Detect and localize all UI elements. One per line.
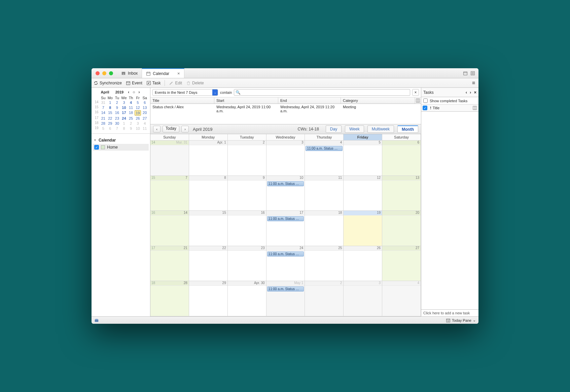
calendar-event[interactable]: 11:00 a.m. Status …: [267, 216, 304, 221]
day-cell[interactable]: 11: [305, 176, 344, 211]
minical-day[interactable]: 2: [114, 100, 120, 105]
minical-day[interactable]: 5: [100, 126, 107, 131]
day-cell[interactable]: 27: [382, 246, 421, 281]
view-month[interactable]: Month: [397, 125, 418, 133]
minical-day[interactable]: 6: [107, 126, 114, 131]
minical-day[interactable]: 7: [114, 126, 120, 131]
next-month-button[interactable]: ›: [181, 126, 189, 132]
calendar-event[interactable]: 11:00 a.m. Status …: [267, 181, 304, 186]
day-cell[interactable]: 16: [228, 211, 266, 246]
minical-day[interactable]: 4: [128, 100, 134, 105]
minical-day[interactable]: 8: [121, 126, 128, 131]
minical-day[interactable]: 13: [141, 105, 148, 110]
tab-close-icon[interactable]: ×: [177, 71, 180, 76]
minical-day[interactable]: 7: [100, 105, 107, 110]
day-cell[interactable]: 25: [305, 246, 344, 281]
col-category[interactable]: Category: [341, 97, 415, 104]
day-cell[interactable]: 20: [382, 211, 421, 246]
day-cell[interactable]: 9: [228, 176, 266, 211]
calendar-event[interactable]: 11:00 a.m. Status …: [306, 146, 343, 151]
minical-today-button[interactable]: ○: [132, 90, 136, 94]
minical-day[interactable]: 15: [107, 110, 114, 116]
minical-next-button[interactable]: ›: [137, 90, 141, 94]
day-cell[interactable]: Apr. 1: [189, 141, 228, 175]
event-list-row[interactable]: Status check / Alex Wednesday, April 24,…: [150, 104, 421, 114]
minical-day[interactable]: 1: [121, 121, 128, 126]
day-cell[interactable]: 2117: [150, 246, 189, 281]
day-cell[interactable]: 2: [228, 141, 266, 175]
minical-day[interactable]: 30: [114, 121, 120, 126]
minical-day[interactable]: 22: [107, 116, 114, 121]
sync-button[interactable]: Synchronize: [94, 81, 122, 85]
minical-day[interactable]: 6: [141, 100, 148, 105]
day-cell[interactable]: 1416: [150, 211, 189, 246]
day-cell[interactable]: 715: [150, 176, 189, 211]
tasks-priority-col-icon[interactable]: !: [430, 106, 431, 110]
day-cell[interactable]: 15: [189, 211, 228, 246]
minical-day[interactable]: 1: [107, 100, 114, 105]
search-input[interactable]: 🔍: [234, 89, 410, 96]
show-completed-checkbox[interactable]: [423, 99, 428, 103]
minical-day[interactable]: 31: [100, 100, 107, 105]
day-cell[interactable]: 3: [344, 281, 382, 316]
minical-day[interactable]: 10: [121, 105, 128, 110]
day-cell[interactable]: 4: [382, 281, 421, 316]
calendar-event[interactable]: 11:00 a.m. Status …: [267, 286, 304, 291]
day-cell[interactable]: 1011:00 a.m. Status …: [266, 176, 305, 211]
minical-day[interactable]: 28: [100, 121, 107, 126]
tab-inbox[interactable]: Inbox: [117, 68, 142, 78]
minical-day[interactable]: 18: [128, 110, 134, 116]
minical-day[interactable]: 9: [114, 105, 120, 110]
scope-dropdown[interactable]: Events in the Next 7 Days ⌄: [152, 89, 218, 96]
today-pane-toggle[interactable]: 19 Today Pane ⌄: [446, 318, 476, 323]
minical-day[interactable]: 4: [141, 121, 148, 126]
day-cell[interactable]: 26: [344, 246, 382, 281]
minical-day[interactable]: 14: [100, 110, 107, 116]
tasks-done-col-icon[interactable]: ✓: [423, 106, 427, 110]
day-cell[interactable]: 22: [189, 246, 228, 281]
close-window-button[interactable]: [96, 71, 100, 75]
minical-day[interactable]: 29: [107, 121, 114, 126]
minical-day[interactable]: 16: [114, 110, 120, 116]
day-cell[interactable]: 3: [266, 141, 305, 175]
day-cell[interactable]: 8: [189, 176, 228, 211]
tasks-column-picker-icon[interactable]: [472, 106, 477, 110]
clear-filter-button[interactable]: ×: [412, 89, 419, 96]
minical-day[interactable]: 23: [114, 116, 120, 121]
column-picker-button[interactable]: [415, 97, 421, 104]
tasks-close-button[interactable]: ×: [474, 90, 476, 95]
minical-day[interactable]: 17: [121, 110, 128, 116]
day-cell[interactable]: 5: [344, 141, 382, 175]
minical-day[interactable]: 11: [141, 126, 148, 131]
calendar-list-item[interactable]: ✓ Home: [93, 144, 149, 151]
day-cell[interactable]: 13: [382, 176, 421, 211]
tab-calendar[interactable]: Calendar ×: [142, 68, 184, 78]
calendar-list-header[interactable]: ▼ Calendar: [93, 136, 149, 144]
minical-day[interactable]: 21: [100, 116, 107, 121]
day-cell[interactable]: 18: [305, 211, 344, 246]
minical-prev-button[interactable]: ‹: [127, 90, 130, 94]
calendar-toggle-icon[interactable]: [463, 71, 468, 76]
zoom-window-button[interactable]: [109, 71, 113, 75]
minical-day[interactable]: 2: [128, 121, 134, 126]
delete-button[interactable]: Delete: [186, 81, 204, 85]
day-cell[interactable]: 19: [344, 211, 382, 246]
minical-day[interactable]: 26: [135, 116, 141, 121]
minical-day[interactable]: 3: [121, 100, 128, 105]
minical-day[interactable]: 27: [141, 116, 148, 121]
view-day[interactable]: Day: [326, 125, 342, 133]
view-multiweek[interactable]: Multiweek: [367, 125, 394, 133]
minical-day[interactable]: 24: [121, 116, 128, 121]
calendar-event[interactable]: 11:00 a.m. Status …: [267, 251, 304, 257]
minical-day[interactable]: 10: [135, 126, 141, 131]
prev-month-button[interactable]: ‹: [153, 126, 161, 132]
app-menu-button[interactable]: ≡: [471, 80, 476, 86]
tasks-prev-button[interactable]: ‹: [466, 90, 467, 95]
tasks-toggle-icon[interactable]: [470, 71, 475, 76]
day-cell[interactable]: 12: [344, 176, 382, 211]
day-cell[interactable]: 6: [382, 141, 421, 175]
day-cell[interactable]: 29: [189, 281, 228, 316]
minical-day[interactable]: 5: [135, 100, 141, 105]
day-cell[interactable]: Apr. 30: [228, 281, 266, 316]
day-cell[interactable]: 2: [305, 281, 344, 316]
